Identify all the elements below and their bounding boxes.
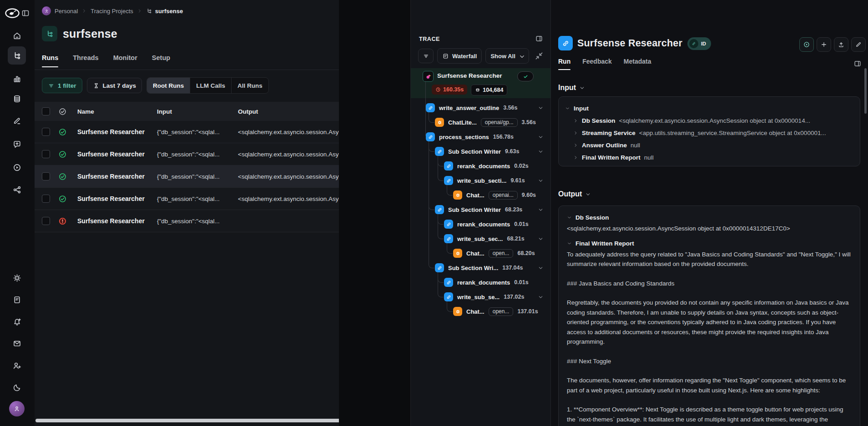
input-row-input[interactable]: Input xyxy=(565,102,853,115)
input-row-final-written-report[interactable]: Final Written Reportnull xyxy=(565,151,853,164)
chevron-down-icon[interactable] xyxy=(538,265,544,271)
sidebar-item-home[interactable] xyxy=(8,26,26,45)
sidebar-item-deployments[interactable] xyxy=(8,180,26,199)
sidebar-item-annotation-queues[interactable] xyxy=(8,111,26,130)
input-row-streaming-service[interactable]: Streaming Service<app.utils.streaming_se… xyxy=(565,127,853,139)
breadcrumb-org[interactable]: Personal xyxy=(55,8,78,15)
input-row-db-session[interactable]: Db Session<sqlalchemy.ext.asyncio.sessio… xyxy=(565,115,853,127)
chevron-down-icon xyxy=(585,191,591,197)
chevron-down-icon[interactable] xyxy=(538,178,544,184)
table-row[interactable]: Surfsense Researcher{"db_session":"<sqla… xyxy=(35,210,339,232)
input-row-answer-outline[interactable]: Answer Outlinenull xyxy=(565,139,853,151)
trace-filter-button[interactable] xyxy=(418,49,434,63)
vertical-scrollbar[interactable] xyxy=(864,68,867,114)
column-header-output[interactable]: Output xyxy=(238,108,339,115)
model-badge: open... xyxy=(489,249,514,258)
annotate-button[interactable] xyxy=(851,37,866,52)
node-duration: 9.60s xyxy=(522,192,536,198)
playground-button[interactable] xyxy=(799,37,814,52)
show-all-dropdown[interactable]: Show All xyxy=(485,48,529,64)
date-range-button[interactable]: Last 7 days xyxy=(87,78,142,93)
filter-count-button[interactable]: 1 filter xyxy=(42,78,82,93)
sidebar-item-dashboards[interactable] xyxy=(8,70,26,88)
collapse-all-icon[interactable] xyxy=(534,51,544,61)
tab-runs[interactable]: Runs xyxy=(42,54,58,67)
sidebar-item-notifications[interactable] xyxy=(8,313,26,331)
sidebar-item-tracing-projects[interactable] xyxy=(8,46,26,65)
trace-root-node[interactable]: Surfsense Researcher 160.35s 104,684 xyxy=(411,68,551,98)
sidebar-item-playground[interactable] xyxy=(8,158,26,176)
trace-node-write-sub-se-[interactable]: write_sub_se...137.02s xyxy=(411,290,551,304)
trace-node-write-sub-secti-[interactable]: write_sub_secti...9.61s xyxy=(411,173,551,188)
sidebar-item-prompts[interactable] xyxy=(8,135,26,153)
trace-node-rerank-documents[interactable]: rerank_documents0.02s xyxy=(411,159,551,173)
chevron-down-icon[interactable] xyxy=(538,207,544,213)
trace-node-write-answer-outline[interactable]: write_answer_outline3.56s xyxy=(411,100,551,115)
node-label: Chat... xyxy=(466,250,484,257)
detail-tab-metadata[interactable]: Metadata xyxy=(624,58,651,70)
split-panel-icon[interactable] xyxy=(853,60,862,68)
trace-node-process-sections[interactable]: process_sections156.78s xyxy=(411,130,551,144)
panel-right-icon[interactable] xyxy=(535,35,543,43)
row-checkbox[interactable] xyxy=(42,195,50,203)
status-column-icon[interactable] xyxy=(58,107,67,116)
chevron-down-icon[interactable] xyxy=(538,294,544,300)
select-all-checkbox[interactable] xyxy=(42,107,50,115)
sidebar-item-datasets[interactable] xyxy=(8,90,26,108)
chevron-down-icon[interactable] xyxy=(538,105,544,111)
run-name-cell: Surfsense Researcher xyxy=(77,150,157,158)
trace-node-chatlite-[interactable]: ChatLite...openai/gp...3.56s xyxy=(411,115,551,130)
trace-node-chat-[interactable]: Chat...open...68.20s xyxy=(411,246,551,261)
segment-root-runs[interactable]: Root Runs xyxy=(147,78,190,93)
trace-node-rerank-documents[interactable]: rerank_documents0.01s xyxy=(411,275,551,290)
add-button[interactable] xyxy=(817,37,831,52)
column-header-name[interactable]: Name xyxy=(77,108,157,115)
profile-avatar[interactable] xyxy=(9,401,25,416)
table-row[interactable]: Surfsense Researcher{"db_session":"<sqla… xyxy=(35,165,339,188)
tab-setup[interactable]: Setup xyxy=(152,54,170,67)
horizontal-scrollbar[interactable] xyxy=(35,419,373,422)
segment-llm-calls[interactable]: LLM Calls xyxy=(190,78,232,93)
sidebar-item-docs[interactable] xyxy=(8,291,26,309)
node-label: write_sub_secti... xyxy=(457,177,506,184)
output-section-header[interactable]: Output xyxy=(558,190,591,198)
chevron-down-icon[interactable] xyxy=(538,236,544,242)
run-id-pill[interactable]: ID xyxy=(687,37,711,50)
tab-threads[interactable]: Threads xyxy=(73,54,98,67)
sidebar-collapse-icon[interactable] xyxy=(21,9,30,18)
row-checkbox[interactable] xyxy=(42,128,50,136)
sidebar-item-theme-toggle[interactable] xyxy=(8,378,26,396)
trace-node-sub-section-writer[interactable]: Sub Section Writer9.63s xyxy=(411,144,551,159)
run-type-segmented-control: Root RunsLLM CallsAll Runs xyxy=(146,77,269,94)
tab-monitor[interactable]: Monitor xyxy=(113,54,137,67)
table-row[interactable]: Surfsense Researcher{"db_session":"<sqla… xyxy=(35,188,339,210)
input-section-header[interactable]: Input xyxy=(558,84,585,92)
org-avatar[interactable] xyxy=(42,6,51,15)
share-button[interactable] xyxy=(834,37,848,52)
row-checkbox[interactable] xyxy=(42,150,50,158)
breadcrumb-section[interactable]: Tracing Projects xyxy=(91,8,133,15)
chevron-down-icon[interactable] xyxy=(538,134,544,140)
segment-all-runs[interactable]: All Runs xyxy=(232,78,268,93)
detail-tab-feedback[interactable]: Feedback xyxy=(582,58,612,70)
row-checkbox[interactable] xyxy=(42,172,50,180)
sidebar-item-settings[interactable] xyxy=(8,269,26,287)
trace-node-write-sub-sec-[interactable]: write_sub_sec...68.21s xyxy=(411,231,551,246)
sidebar-item-invite-user[interactable] xyxy=(8,356,26,375)
chevron-down-icon[interactable] xyxy=(538,149,544,155)
detail-tab-run[interactable]: Run xyxy=(558,58,570,70)
run-input-cell: {"db_session":"<sqlal... xyxy=(157,195,238,202)
table-row[interactable]: Surfsense Researcher{"db_session":"<sqla… xyxy=(35,143,339,165)
output-report-key[interactable]: Final Written Report xyxy=(567,240,852,247)
output-db-session-key[interactable]: Db Session xyxy=(567,214,852,221)
trace-node-sub-section-writer[interactable]: Sub Section Writer68.23s xyxy=(411,202,551,217)
sidebar-item-contact[interactable] xyxy=(8,334,26,352)
waterfall-view-button[interactable]: Waterfall xyxy=(437,48,482,64)
row-checkbox[interactable] xyxy=(42,217,50,225)
trace-node-chat-[interactable]: Chat...open...137.01s xyxy=(411,304,551,319)
table-row[interactable]: Surfsense Researcher{"db_session":"<sqla… xyxy=(35,121,339,143)
column-header-input[interactable]: Input xyxy=(157,108,238,115)
trace-node-sub-section-wri-[interactable]: Sub Section Wri...137.04s xyxy=(411,261,551,275)
trace-node-chat-[interactable]: Chat...openai...9.60s xyxy=(411,188,551,202)
trace-node-rerank-documents[interactable]: rerank_documents0.01s xyxy=(411,217,551,231)
